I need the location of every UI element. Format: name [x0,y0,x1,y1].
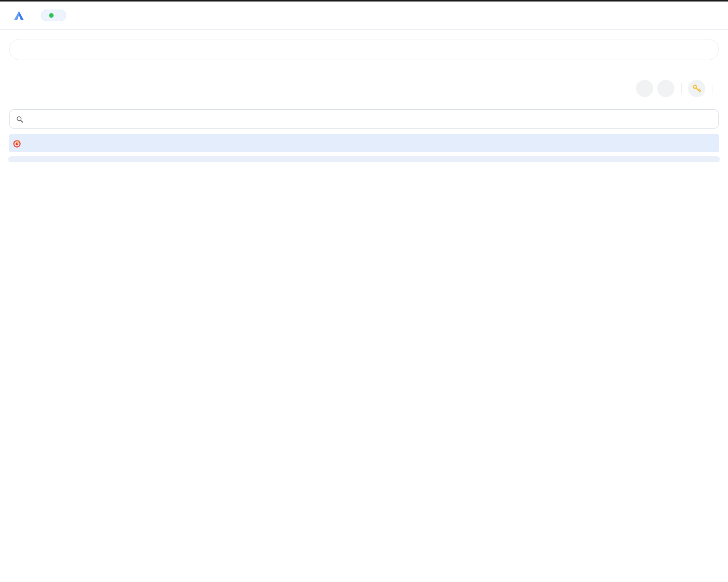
selected-rows-group [8,156,720,162]
selection-bar [9,134,719,152]
status-badge [41,10,66,21]
target-icon [12,139,22,148]
search-input[interactable] [27,115,712,124]
app-header [0,2,728,30]
key-button[interactable] [688,80,705,97]
toolbar [9,80,719,97]
plugin-window [0,0,728,582]
expand-all-button[interactable] [657,80,674,97]
search-icon [16,115,24,123]
components-tree [0,152,728,162]
key-icon [692,84,702,94]
search-box[interactable] [9,109,719,129]
aso-dev-logo-icon [13,10,25,21]
collapse-all-button[interactable] [636,80,653,97]
toolbar-divider [681,83,681,94]
tab-bar [9,39,719,60]
page-title [30,15,33,16]
toolbar-divider [712,83,712,94]
status-dot-icon [49,13,54,18]
